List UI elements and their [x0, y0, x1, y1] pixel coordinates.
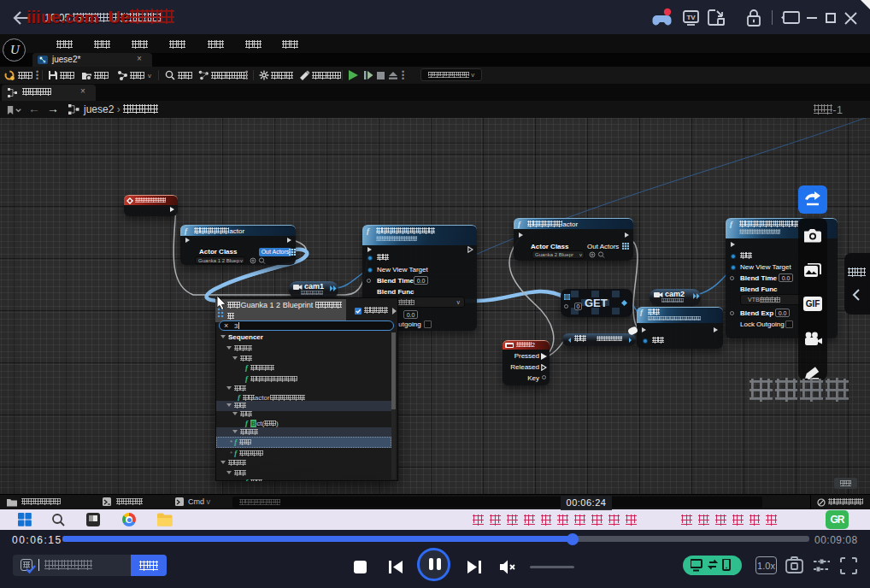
svg-text:TV: TV — [686, 14, 696, 21]
